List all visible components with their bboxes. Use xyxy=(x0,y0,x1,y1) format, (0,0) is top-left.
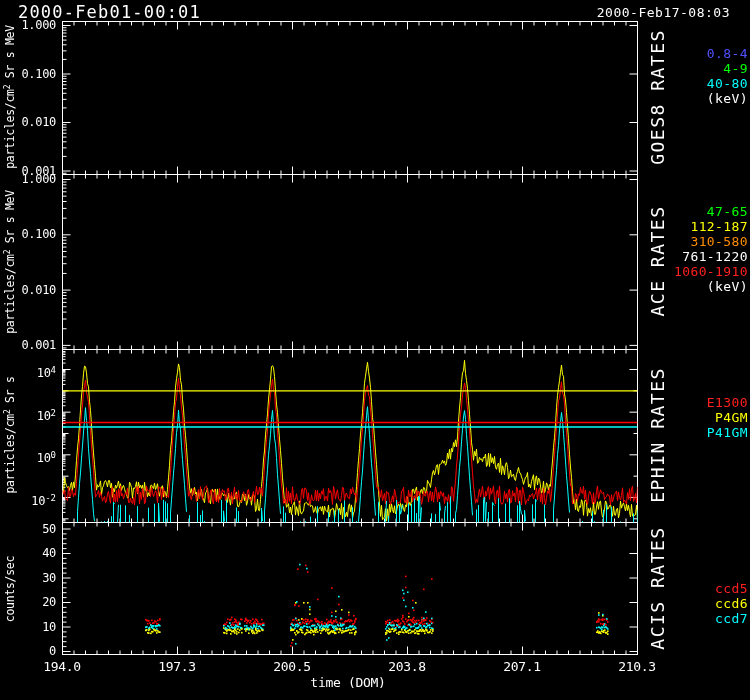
ytick-exponent: 2 xyxy=(51,408,56,418)
ytick-exponent: 0 xyxy=(51,450,56,460)
legend-acis-ccd5: ccd5 xyxy=(715,581,748,596)
ytick-text: 10 xyxy=(42,620,56,634)
panel-goes8-ytick-label: 0.010 xyxy=(6,115,56,129)
legend-ace-10601910: 1060-1910 xyxy=(674,264,748,279)
ytick-text: 20 xyxy=(42,595,56,609)
panel-goes8-ytick-label: 1.000 xyxy=(6,18,56,32)
panel-ace-ytick-label: 0.010 xyxy=(6,283,56,297)
y-axis-label-text: 2 xyxy=(3,85,12,90)
panel-acis-side-title: ACIS RATES xyxy=(647,526,668,649)
legend-ace-7611220: 761-1220 xyxy=(682,249,748,264)
legend-ace-keV: (keV) xyxy=(707,279,748,294)
ytick-text: 1.000 xyxy=(21,172,56,186)
panel-goes8-y-axis-label: particles/cm2 Sr s MeV xyxy=(3,25,18,169)
ytick-exponent: -2 xyxy=(45,493,56,503)
panel-ace-y-axis-label: particles/cm2 Sr s MeV xyxy=(3,190,18,334)
ytick-exponent: 4 xyxy=(51,365,56,375)
panel-acis-ytick-label: 40 xyxy=(6,546,56,560)
panel-ace-ytick-label: 0.001 xyxy=(6,338,56,352)
panel-ephin-side-title: EPHIN RATES xyxy=(647,367,668,503)
xtick-label-5: 210.3 xyxy=(618,659,656,674)
radiation-rates-plot: 2000-Feb01-00:01 2000-Feb17-08:03 GOES8 … xyxy=(0,0,750,700)
plot-canvas xyxy=(0,0,750,700)
legend-ephin-P4GM: P4GM xyxy=(715,410,748,425)
xtick-label-1: 197.3 xyxy=(158,659,196,674)
legend-goes8-keV: (keV) xyxy=(707,91,748,106)
panel-acis-y-axis-label: counts/sec xyxy=(3,556,18,622)
legend-acis-ccd6: ccd6 xyxy=(715,596,748,611)
panel-goes8-ytick-label: 0.100 xyxy=(6,67,56,81)
legend-goes8-4080: 40-80 xyxy=(707,76,748,91)
panel-acis-ytick-label: 0 xyxy=(6,644,56,658)
legend-ephin-P41GM: P41GM xyxy=(707,425,748,440)
panel-acis-ytick-label: 50 xyxy=(6,522,56,536)
legend-ephin-E1300: E1300 xyxy=(707,395,748,410)
legend-goes8-084: 0.8-4 xyxy=(707,46,748,61)
legend-ace-112187: 112-187 xyxy=(690,219,748,234)
ytick-text: 10 xyxy=(31,494,45,508)
ytick-text: 1.000 xyxy=(21,18,56,32)
xtick-label-0: 194.0 xyxy=(43,659,81,674)
panel-ephin-y-axis-label: particles/cm2 Sr s xyxy=(3,376,18,493)
end-date-label: 2000-Feb17-08:03 xyxy=(597,5,730,20)
legend-ace-4765: 47-65 xyxy=(707,204,748,219)
ytick-text: 0.100 xyxy=(21,67,56,81)
xtick-label-2: 200.5 xyxy=(273,659,311,674)
panel-ace-ytick-label: 1.000 xyxy=(6,172,56,186)
x-axis-title: time (DOM) xyxy=(310,675,385,690)
panel-ace-side-title: ACE RATES xyxy=(647,205,668,316)
ytick-text: 10 xyxy=(37,366,51,380)
panel-ephin-ytick-label: 10-2 xyxy=(6,490,56,504)
ytick-text: 0 xyxy=(49,644,56,658)
panel-ephin-ytick-label: 104 xyxy=(6,362,56,376)
ytick-text: 50 xyxy=(42,522,56,536)
y-axis-label-text: 2 xyxy=(3,250,12,255)
ytick-text: 0.100 xyxy=(21,227,56,241)
ytick-text: 10 xyxy=(37,409,51,423)
panel-ephin-ytick-label: 102 xyxy=(6,405,56,419)
ytick-text: 0.001 xyxy=(21,338,56,352)
panel-acis-ytick-label: 20 xyxy=(6,595,56,609)
ytick-text: 0.010 xyxy=(21,283,56,297)
xtick-label-4: 207.1 xyxy=(503,659,541,674)
xtick-label-3: 203.8 xyxy=(388,659,426,674)
panel-ace-ytick-label: 0.100 xyxy=(6,227,56,241)
ytick-text: 10 xyxy=(37,451,51,465)
panel-goes8-side-title: GOES8 RATES xyxy=(647,29,668,165)
panel-ephin-ytick-label: 100 xyxy=(6,447,56,461)
ytick-text: 30 xyxy=(42,571,56,585)
y-axis-label-text: counts/sec xyxy=(3,556,17,622)
panel-acis-ytick-label: 10 xyxy=(6,620,56,634)
legend-acis-ccd7: ccd7 xyxy=(715,611,748,626)
legend-ace-310580: 310-580 xyxy=(690,234,748,249)
ytick-text: 40 xyxy=(42,546,56,560)
y-axis-label-text: particles/cm xyxy=(3,89,17,168)
ytick-text: 0.010 xyxy=(21,115,56,129)
legend-goes8-49: 4-9 xyxy=(723,61,748,76)
panel-acis-ytick-label: 30 xyxy=(6,571,56,585)
